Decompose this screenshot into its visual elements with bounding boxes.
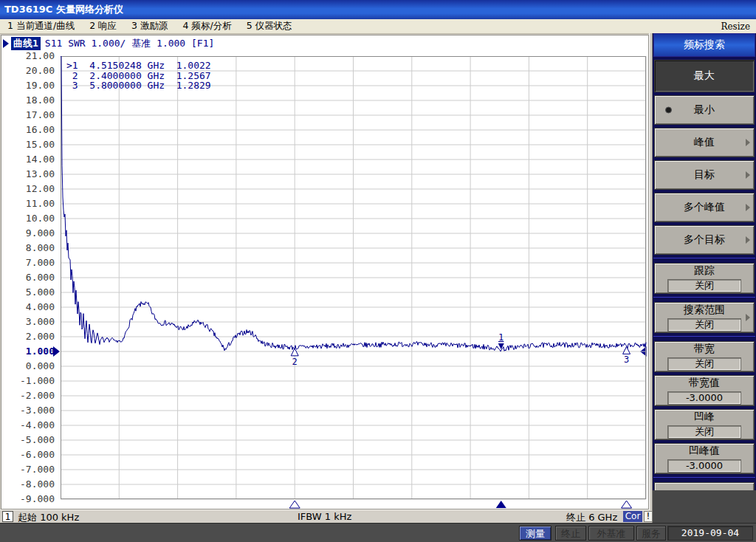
- y-axis-scale: 21.0020.0019.0018.0017.0016.0015.0014.00…: [0, 56, 58, 500]
- softkey-label: 多个目标: [684, 233, 725, 247]
- softkey-凹峰值[interactable]: 凹峰值-3.0000: [654, 443, 755, 474]
- y-axis-label: 5.000: [0, 287, 55, 298]
- softkey-目标[interactable]: 目标: [654, 160, 755, 190]
- window-title: TD3619C 矢量网络分析仪: [4, 4, 123, 15]
- y-axis-label: 19.00: [0, 80, 55, 92]
- trace1-badge[interactable]: 曲线1: [11, 37, 41, 50]
- y-axis-label: 4.000: [0, 301, 55, 313]
- resize-label[interactable]: Resize: [721, 21, 750, 32]
- y-axis-label: 15.00: [0, 139, 55, 151]
- channel-number-badge: 1: [2, 511, 13, 522]
- menu-bar: 1 当前通道/曲线2 响应3 激励源4 频标/分析5 仪器状态Resize: [0, 19, 756, 34]
- ifbw-label: IFBW 1 kHz: [298, 511, 351, 522]
- softkey-separator: [653, 297, 755, 299]
- menu-item-5[interactable]: 5 仪器状态: [239, 20, 300, 32]
- submenu-arrow-icon: [746, 171, 750, 179]
- bottom-taskbar: 测量终止外基准服务 2019-09-04 15:49: [0, 523, 756, 542]
- softkey-最小[interactable]: 最小: [654, 95, 755, 125]
- menu-item-4[interactable]: 4 频标/分析: [176, 20, 239, 32]
- menu-item-2[interactable]: 2 响应: [82, 20, 124, 32]
- y-axis-label: 6.000: [0, 272, 55, 284]
- softkey-label: 目标: [694, 168, 715, 182]
- softkey-多个目标[interactable]: 多个目标: [654, 225, 755, 255]
- y-axis-reference-label: 1.000: [0, 346, 55, 357]
- radio-dot-icon: [665, 107, 672, 114]
- y-axis-label: 20.00: [0, 65, 55, 77]
- swr-trace-plot[interactable]: 123: [61, 56, 647, 510]
- softkey-多个峰值[interactable]: 多个峰值: [654, 193, 755, 222]
- marker-readout-table: >1 4.5150248 GHz 1.0022 2 2.4000000 GHz …: [66, 61, 211, 91]
- softkey-跟踪[interactable]: 跟踪关闭: [654, 263, 755, 294]
- submenu-arrow-icon: [746, 236, 750, 244]
- marker-3-number: 3: [624, 354, 629, 365]
- active-trace-arrow-icon: [3, 39, 9, 48]
- softkey-label: 凹峰: [694, 411, 715, 424]
- softkey-label: 跟踪: [694, 264, 715, 278]
- trace-format-text: S11 SWR 1.000/ 基准 1.000 [F1]: [45, 37, 215, 50]
- menu-item-3[interactable]: 3 激励源: [124, 20, 175, 32]
- softkey-value: -3.0000: [667, 391, 741, 405]
- softkey-label: 搜索范围: [684, 303, 725, 317]
- taskbar-clock: 2019-09-04 15:49: [667, 526, 753, 541]
- softkey-搜索范围[interactable]: 搜索范围关闭: [654, 302, 755, 333]
- softkey-label: 峰值: [694, 136, 715, 149]
- taskbar-button-测量[interactable]: 测量: [519, 526, 551, 541]
- y-axis-label: -9.000: [0, 493, 55, 505]
- softkey-最大[interactable]: 最大: [654, 60, 755, 92]
- menu-item-1[interactable]: 1 当前通道/曲线: [0, 20, 82, 32]
- softkey-带宽[interactable]: 带宽关闭: [654, 341, 755, 372]
- softkey-label: 最大: [694, 69, 715, 83]
- y-axis-label: -3.000: [0, 405, 55, 416]
- y-axis-label: 14.00: [0, 154, 55, 165]
- y-axis-label: 21.00: [0, 50, 55, 62]
- y-axis-label: 17.00: [0, 109, 55, 121]
- warning-badge: !: [644, 511, 653, 522]
- taskbar-button-终止[interactable]: 终止: [555, 526, 586, 541]
- softkey-separator: [653, 477, 755, 479]
- submenu-arrow-icon: [746, 314, 750, 321]
- softkey-value: -3.0000: [667, 459, 741, 473]
- y-axis-label: 13.00: [0, 168, 55, 180]
- marker-1-readout: >1 4.5150248 GHz 1.0022: [66, 61, 211, 71]
- y-axis-label: -8.000: [0, 478, 55, 490]
- y-axis-label: 7.000: [0, 257, 55, 269]
- y-axis-label: -2.000: [0, 390, 55, 402]
- marker-3-readout: 3 5.8000000 GHz 1.2829: [66, 80, 211, 91]
- marker-2-stimulus-indicator: [289, 501, 300, 508]
- softkey-separator: [653, 258, 755, 260]
- softkey-带宽值[interactable]: 带宽值-3.0000: [654, 375, 755, 406]
- softkey-label: 最小: [694, 103, 715, 117]
- softkey-sidebar: 频标搜索 最大最小峰值目标多个峰值多个目标跟踪关闭搜索范围关闭带宽关闭带宽值-3…: [653, 33, 756, 523]
- softkey-value: 关闭: [667, 318, 741, 332]
- window-title-bar: TD3619C 矢量网络分析仪: [0, 0, 756, 19]
- y-axis-label: 16.00: [0, 124, 55, 136]
- y-axis-label: -1.000: [0, 375, 55, 387]
- vna-application-window: TD3619C 矢量网络分析仪 1 当前通道/曲线2 响应3 激励源4 频标/分…: [0, 0, 756, 542]
- marker-3-stimulus-indicator: [622, 501, 632, 508]
- softkey-峰值[interactable]: 峰值: [654, 128, 755, 157]
- y-axis-label: 2.000: [0, 331, 55, 343]
- sidebar-filler: [653, 490, 756, 523]
- marker-1-stimulus-indicator: [496, 501, 506, 508]
- taskbar-button-外基准[interactable]: 外基准: [588, 526, 634, 541]
- softkey-label: 带宽: [694, 343, 715, 356]
- y-axis-label: 3.000: [0, 316, 55, 328]
- y-axis-label: 8.000: [0, 242, 55, 254]
- y-axis-label: -7.000: [0, 464, 55, 476]
- correction-badge: Cor: [623, 511, 642, 522]
- softkey-value: 关闭: [667, 279, 741, 292]
- y-axis-label: 10.00: [0, 213, 55, 224]
- y-axis-label: 9.000: [0, 227, 55, 239]
- softkey-menu-title: 频标搜索: [653, 33, 755, 57]
- y-axis-label: 0.000: [0, 360, 55, 372]
- softkey-value: 关闭: [667, 425, 741, 439]
- y-axis-label: -6.000: [0, 449, 55, 461]
- trace-status-line: 曲线1 S11 SWR 1.000/ 基准 1.000 [F1]: [3, 38, 214, 49]
- softkey-label: 带宽值: [689, 377, 720, 390]
- y-axis-label: 11.00: [0, 198, 55, 210]
- y-axis-label: 12.00: [0, 183, 55, 195]
- softkey-凹峰[interactable]: 凹峰关闭: [654, 409, 755, 440]
- taskbar-button-服务[interactable]: 服务: [636, 526, 666, 541]
- softkey-label: 多个峰值: [684, 201, 725, 214]
- y-axis-label: -4.000: [0, 419, 55, 431]
